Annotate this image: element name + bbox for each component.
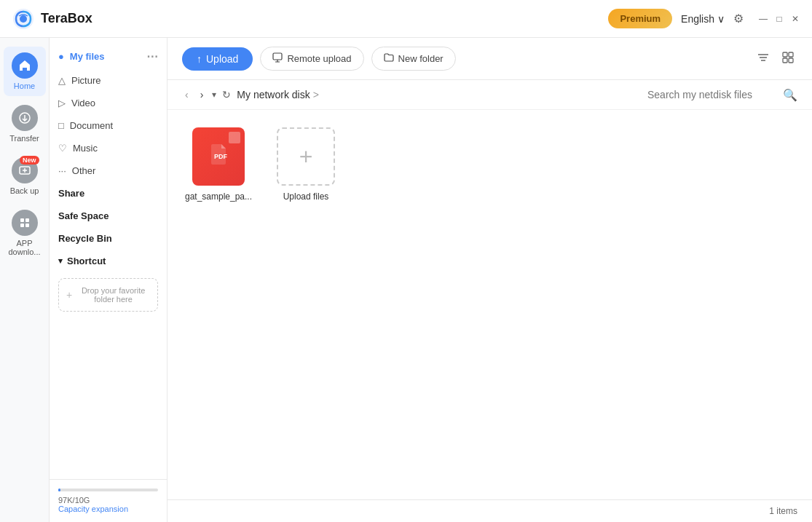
music-label: Music — [73, 143, 98, 154]
file-item-upload[interactable]: + Upload files — [269, 127, 342, 202]
sidebar-item-video[interactable]: ▷ Video — [50, 92, 167, 114]
sidebar-item-share[interactable]: Share — [50, 182, 167, 205]
content-area: ↑ Upload Remote upload New folder — [167, 38, 812, 522]
document-label: Document — [70, 120, 113, 131]
nav-home[interactable]: Home — [4, 47, 46, 96]
upload-placeholder-label: Upload files — [283, 191, 329, 202]
picture-label: Picture — [71, 75, 100, 86]
svg-rect-13 — [789, 52, 793, 57]
premium-button[interactable]: Premium — [608, 9, 672, 28]
breadcrumb-path: My network disk > — [237, 89, 319, 100]
sidebar-item-recycle-bin[interactable]: Recycle Bin — [50, 227, 167, 250]
recycle-bin-label: Recycle Bin — [58, 233, 112, 244]
breadcrumb-bar: ‹ › ▾ ↻ My network disk > 🔍 — [167, 80, 812, 110]
storage-bar-bg — [58, 489, 158, 491]
dropdown-icon[interactable]: ▾ — [212, 90, 216, 100]
titlebar-right: Premium English ∨ ⚙ — □ ✕ — [608, 9, 800, 28]
nav-transfer[interactable]: Transfer — [4, 99, 46, 149]
my-files-more-icon[interactable]: ⋯ — [146, 50, 158, 63]
remote-upload-button[interactable]: Remote upload — [260, 47, 363, 71]
svg-rect-14 — [783, 58, 787, 63]
toolbar-right — [754, 48, 797, 70]
app-icon — [12, 210, 38, 236]
sidebar-content: ● My files ⋯ △ Picture ▷ Video □ Documen… — [50, 38, 167, 479]
shortcut-plus-icon: + — [66, 289, 72, 301]
safe-space-label: Safe Space — [58, 210, 109, 221]
sidebar: ● My files ⋯ △ Picture ▷ Video □ Documen… — [50, 38, 167, 522]
svg-text:PDF: PDF — [214, 153, 228, 160]
upload-placeholder-icon: + — [277, 127, 335, 186]
plus-icon: + — [299, 145, 313, 168]
nav-app[interactable]: APP downlo... — [4, 204, 46, 262]
shortcut-drop-area: + Drop your favorite folder here — [58, 278, 158, 312]
svg-rect-7 — [25, 224, 29, 227]
app-label: APP downlo... — [8, 239, 42, 256]
shortcut-collapse-icon: ▾ — [58, 256, 63, 266]
app-title: TeraBox — [41, 11, 92, 26]
pdf-file-icon: PDF — [189, 127, 248, 186]
storage-text: 97K/10G — [58, 496, 158, 505]
toolbar: ↑ Upload Remote upload New folder — [167, 38, 812, 80]
filter-button[interactable] — [754, 48, 773, 70]
sidebar-item-picture[interactable]: △ Picture — [50, 69, 167, 92]
pdf-symbol: PDF — [205, 141, 232, 172]
transfer-label: Transfer — [9, 134, 39, 143]
settings-icon[interactable]: ⚙ — [733, 12, 744, 25]
lang-arrow-icon: ∨ — [717, 13, 725, 25]
file-grid: PDF gat_sample_pa... + Upload files — [167, 110, 812, 499]
nav-backup[interactable]: New Back up — [4, 151, 46, 201]
search-icon[interactable]: 🔍 — [783, 88, 797, 102]
terabox-logo-icon — [12, 7, 35, 31]
upload-button[interactable]: ↑ Upload — [182, 47, 253, 71]
titlebar: TeraBox Premium English ∨ ⚙ — □ ✕ — [0, 0, 812, 38]
main-layout: Home Transfer New Back up — [0, 38, 812, 522]
video-icon: ▷ — [58, 98, 66, 108]
document-icon: □ — [58, 120, 64, 131]
refresh-button[interactable]: ↻ — [222, 89, 231, 100]
breadcrumb-separator: > — [313, 89, 319, 100]
other-label: Other — [72, 165, 96, 176]
sidebar-item-my-files[interactable]: ● My files ⋯ — [50, 44, 167, 69]
new-folder-icon — [384, 52, 394, 65]
upload-placeholder-shape: + — [277, 127, 335, 186]
close-button[interactable]: ✕ — [790, 14, 800, 24]
upload-icon: ↑ — [197, 53, 202, 65]
view-toggle-button[interactable] — [779, 48, 797, 70]
my-files-dot-icon: ● — [58, 51, 64, 62]
capacity-expansion-link[interactable]: Capacity expansion — [58, 505, 158, 513]
svg-rect-12 — [783, 52, 787, 57]
sidebar-item-safe-space[interactable]: Safe Space — [50, 205, 167, 227]
nav-icons: Home Transfer New Back up — [0, 38, 50, 522]
svg-rect-8 — [273, 53, 282, 60]
new-folder-button[interactable]: New folder — [371, 47, 456, 71]
back-button[interactable]: ‹ — [182, 87, 192, 102]
svg-rect-5 — [25, 218, 29, 222]
items-count: 1 items — [769, 506, 797, 516]
backup-new-badge: New — [20, 156, 39, 165]
home-icon — [12, 52, 38, 79]
svg-rect-6 — [20, 224, 24, 227]
pdf-file-name: gat_sample_pa... — [185, 191, 252, 202]
pdf-icon-shape: PDF — [192, 127, 245, 186]
backup-label: Back up — [10, 186, 39, 195]
file-item-pdf[interactable]: PDF gat_sample_pa... — [182, 127, 255, 202]
svg-rect-15 — [789, 58, 793, 63]
new-folder-label: New folder — [398, 53, 444, 64]
titlebar-left: TeraBox — [12, 7, 92, 31]
breadcrumb-my-network-disk[interactable]: My network disk — [237, 89, 310, 100]
my-files-label: My files — [70, 51, 105, 62]
sidebar-item-shortcut[interactable]: ▾ Shortcut — [50, 250, 167, 272]
search-input[interactable] — [647, 89, 779, 100]
sidebar-item-music[interactable]: ♡ Music — [50, 137, 167, 159]
svg-rect-4 — [20, 218, 24, 222]
maximize-button[interactable]: □ — [774, 14, 784, 24]
status-bar: 1 items — [167, 499, 812, 522]
shortcut-label: Shortcut — [67, 256, 106, 266]
language-selector[interactable]: English ∨ — [681, 13, 725, 25]
minimize-button[interactable]: — — [758, 14, 768, 24]
sidebar-item-document[interactable]: □ Document — [50, 114, 167, 137]
transfer-icon — [12, 105, 38, 131]
forward-button[interactable]: › — [197, 87, 207, 102]
shortcut-placeholder: Drop your favorite folder here — [76, 286, 150, 304]
sidebar-item-other[interactable]: ··· Other — [50, 159, 167, 182]
